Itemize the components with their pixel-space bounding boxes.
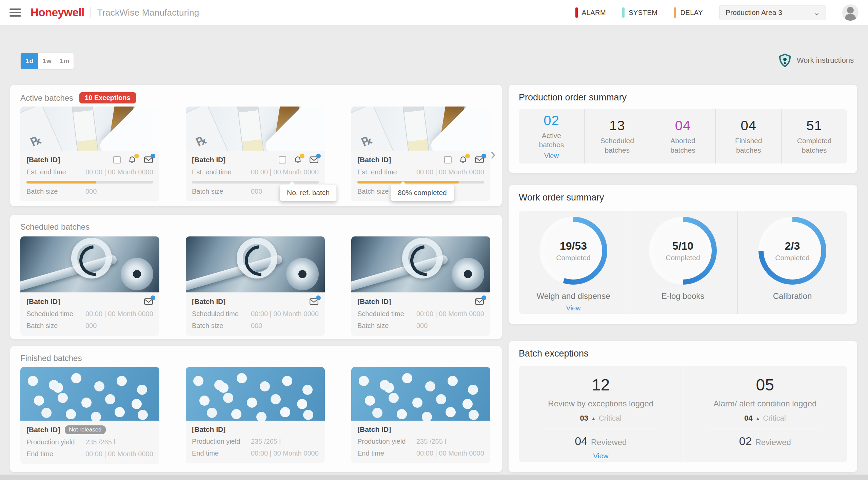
view-active-batches-link[interactable]: View	[544, 152, 559, 160]
filter-1w-button[interactable]: 1w	[38, 53, 56, 70]
finished-batch-card-1[interactable]: [Batch ID] Not released Production yield…	[20, 367, 159, 464]
dashboard: Honeywell TrackWise Manufacturing ALARM …	[0, 0, 868, 480]
envelope-icon[interactable]	[475, 155, 484, 164]
scheduled-batch-card-3[interactable]: [Batch ID] Scheduled time 00:00 | 00 Mon…	[351, 236, 490, 336]
envelope-alert-dot	[481, 154, 486, 158]
batch-id-label: [Batch ID]	[357, 156, 391, 164]
scheduled-time-label: Scheduled time	[192, 310, 246, 318]
honeywell-logo: Honeywell	[31, 6, 84, 19]
exceptions-count: 05	[756, 376, 774, 394]
production-area-dropdown[interactable]: Production Area 3 ⌄	[719, 5, 826, 20]
batch-id-label: [Batch ID]	[192, 156, 225, 164]
alarm-indicator[interactable]: ALARM	[575, 7, 606, 18]
view-exceptions-link[interactable]: View	[593, 452, 608, 460]
batch-photo-machine	[351, 236, 490, 292]
production-order-stats: 02 Active batches View 13 Scheduled batc…	[519, 109, 847, 164]
production-yield-label: Production yield	[357, 438, 412, 445]
app-header: Honeywell TrackWise Manufacturing ALARM …	[0, 0, 868, 25]
batch-photo-pills	[20, 367, 159, 421]
batch-id-label: [Batch ID]	[192, 425, 225, 434]
gauge-completed-label: Completed	[556, 254, 591, 262]
filter-1m-button[interactable]: 1m	[56, 53, 74, 70]
scheduled-time-label: Scheduled time	[357, 310, 412, 318]
finished-batches-panel: Finished batches [Batch ID] Not released…	[10, 346, 502, 472]
production-area-value: Production Area 3	[726, 8, 782, 17]
finished-batch-card-2[interactable]: [Batch ID] Production yield 235 /265 l E…	[186, 367, 325, 463]
bottom-edge	[0, 475, 868, 480]
user-avatar[interactable]	[842, 4, 859, 21]
scheduled-time-label: Scheduled time	[26, 310, 81, 318]
est-end-time-label: Est. end time	[26, 168, 81, 176]
filter-1d-button[interactable]: 1d	[21, 53, 38, 70]
batch-photo-vials: ℞	[20, 107, 159, 151]
system-indicator[interactable]: SYSTEM	[622, 7, 657, 18]
active-batches-title: Active batches	[20, 93, 73, 103]
divider	[545, 429, 657, 429]
envelope-icon[interactable]	[144, 155, 153, 164]
stat-value: 04	[675, 118, 691, 133]
system-label: SYSTEM	[629, 9, 657, 17]
envelope-icon[interactable]	[309, 297, 319, 306]
bell-alert-dot	[465, 154, 470, 158]
progress-bar	[26, 181, 153, 184]
est-end-time-value: 00:00 | 00 Month 0000	[416, 168, 484, 176]
envelope-alert-dot	[316, 295, 321, 300]
progress-bar	[192, 181, 319, 184]
scheduled-batch-card-1[interactable]: [Batch ID] Scheduled time 00:00 | 00 Mon…	[20, 236, 159, 336]
production-yield-label: Production yield	[192, 438, 246, 445]
product-title: TrackWise Manufacturing	[97, 7, 199, 18]
work-instructions-button[interactable]: Work instructions	[778, 54, 854, 67]
batch-id-label: [Batch ID]	[357, 297, 391, 306]
bell-icon[interactable]	[458, 155, 468, 164]
envelope-icon[interactable]	[309, 155, 319, 164]
bell-icon[interactable]	[127, 155, 137, 164]
not-released-badge: Not released	[65, 425, 105, 434]
reviewed-count: 02	[739, 435, 752, 448]
shield-icon	[778, 54, 791, 67]
view-weigh-dispense-link[interactable]: View	[566, 304, 581, 312]
stat-label: Aborted batches	[663, 136, 703, 155]
chevron-down-icon: ⌄	[813, 8, 821, 17]
envelope-icon[interactable]	[144, 297, 153, 306]
batch-checkbox[interactable]	[444, 156, 452, 164]
critical-triangle-icon: ▲	[755, 416, 760, 421]
batch-size-label: Batch size	[26, 322, 81, 330]
batch-exceptions-panel: Batch exceptions 12 Review by exceptions…	[509, 341, 857, 472]
batch-size-label: Batch size	[26, 188, 81, 195]
critical-label: Critical	[763, 414, 786, 423]
stat-value: 13	[609, 118, 625, 133]
alarm-color-bar	[575, 7, 578, 18]
scheduled-batch-card-2[interactable]: [Batch ID] Scheduled time 00:00 | 00 Mon…	[186, 236, 325, 336]
end-time-label: End time	[26, 450, 81, 458]
active-batch-card-1[interactable]: ℞ [Batch ID]	[20, 107, 159, 201]
batch-size-value: 000	[251, 188, 262, 195]
gauge-label: E-log books	[662, 291, 705, 301]
est-end-time-label: Est. end time	[192, 168, 246, 176]
finished-batch-card-3[interactable]: [Batch ID] Production yield 235 /265 l E…	[351, 367, 490, 463]
work-instructions-label: Work instructions	[797, 56, 854, 65]
hamburger-menu-icon[interactable]	[9, 8, 21, 17]
finished-batches-title: Finished batches	[20, 353, 82, 363]
end-time-value: 00:00 | 00 Month 0000	[416, 449, 484, 457]
delay-indicator[interactable]: DELAY	[674, 7, 703, 18]
gauge-completed-label: Completed	[775, 254, 810, 262]
envelope-icon[interactable]	[475, 297, 484, 306]
stat-value: 02	[544, 113, 559, 128]
batch-id-label: [Batch ID]	[26, 156, 60, 164]
exceptions-label: Alarm/ alert condition logged	[713, 399, 816, 408]
batch-photo-vials: ℞	[351, 107, 490, 151]
reviewed-label: Reviewed	[755, 438, 791, 447]
production-yield-label: Production yield	[26, 438, 81, 446]
batch-size-label: Batch size	[357, 322, 412, 330]
batch-size-value: 000	[85, 188, 97, 195]
scheduled-batches-title: Scheduled batches	[20, 222, 90, 232]
production-order-summary-title: Production order summary	[519, 92, 627, 103]
scheduled-time-value: 00:00 | 00 Month 0000	[251, 310, 319, 318]
carousel-next-icon[interactable]: ›	[490, 146, 496, 162]
batch-checkbox[interactable]	[279, 156, 286, 164]
batch-checkbox[interactable]	[113, 156, 121, 164]
review-exceptions-column: 12 Review by exceptions logged 03 ▲ Crit…	[519, 366, 683, 462]
bell-icon[interactable]	[293, 155, 302, 164]
gauge-calibration: 2/3 Completed Calibration	[737, 211, 847, 314]
exceptions-badge[interactable]: 10 Exceptions	[79, 92, 136, 103]
